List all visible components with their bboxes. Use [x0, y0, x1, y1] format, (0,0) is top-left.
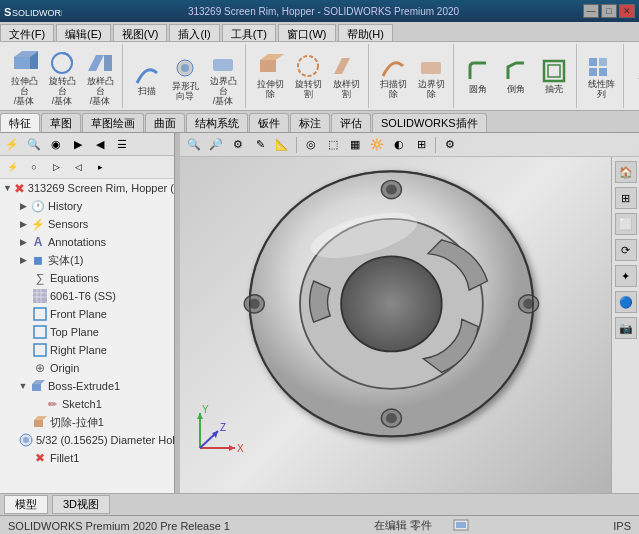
- tree-view1-button[interactable]: ◉: [46, 135, 66, 153]
- vp-btn11[interactable]: ⊞: [411, 136, 431, 154]
- tree-item-hole-wizard[interactable]: 5/32 (0.15625) Diameter Hole1: [0, 431, 174, 449]
- tree-item-sensors[interactable]: ▶ Sensors: [0, 215, 174, 233]
- tab-evaluate[interactable]: 评估: [331, 113, 371, 132]
- tab-window[interactable]: 窗口(W): [278, 24, 336, 41]
- tree-item-history[interactable]: ▶ 🕐 History: [0, 197, 174, 215]
- rt-zoom-fit-button[interactable]: ⊞: [615, 187, 637, 209]
- tree-view2-button[interactable]: ▶: [68, 135, 88, 153]
- vp-btn4[interactable]: ✎: [250, 136, 270, 154]
- rt-home-button[interactable]: 🏠: [615, 161, 637, 183]
- draft-button[interactable]: 拔模: [630, 54, 639, 98]
- top-plane-icon: [32, 324, 48, 340]
- chamfer-label: 倒角: [507, 85, 525, 95]
- tree-root-item[interactable]: ▼ ✖ 313269 Screen Rim, Hopper (: [0, 179, 174, 197]
- svg-text:SOLIDWORKS: SOLIDWORKS: [12, 8, 62, 18]
- svg-marker-41: [34, 416, 47, 420]
- tree-btn-extra3[interactable]: ▷: [46, 158, 66, 176]
- rt-zoom-button[interactable]: 🔵: [615, 291, 637, 313]
- vp-btn6[interactable]: ◎: [301, 136, 321, 154]
- minimize-button[interactable]: —: [583, 4, 599, 18]
- window-controls[interactable]: — □ ✕: [583, 4, 635, 18]
- vp-btn5[interactable]: 📐: [272, 136, 292, 154]
- tree-btn-extra4[interactable]: ◁: [68, 158, 88, 176]
- tree-item-material[interactable]: 6061-T6 (SS): [0, 287, 174, 305]
- tree-item-boss-extrude1[interactable]: ▼ Boss-Extrude1: [0, 377, 174, 395]
- fillet1-error-icon: ✖: [32, 450, 48, 466]
- linear-pattern-button[interactable]: 线性阵列: [583, 49, 619, 103]
- vp-btn10[interactable]: ◐: [389, 136, 409, 154]
- vp-btn8[interactable]: ▦: [345, 136, 365, 154]
- rt-view-button[interactable]: ⬜: [615, 213, 637, 235]
- boss-extrude1-icon: [30, 378, 46, 394]
- tree-item-right-plane[interactable]: Right Plane: [0, 341, 174, 359]
- tab-structure[interactable]: 结构系统: [186, 113, 248, 132]
- tree-item-sketch1[interactable]: ✏ Sketch1: [0, 395, 174, 413]
- vp-btn3[interactable]: ⚙: [228, 136, 248, 154]
- tab-insert[interactable]: 插入(I): [169, 24, 219, 41]
- solid-expand-arrow: ▶: [16, 255, 30, 265]
- tab-help[interactable]: 帮助(H): [338, 24, 393, 41]
- close-button[interactable]: ✕: [619, 4, 635, 18]
- vp-search2-button[interactable]: 🔎: [206, 136, 226, 154]
- tree-item-solid[interactable]: ▶ 实体(1): [0, 251, 174, 269]
- tab-edit[interactable]: 编辑(E): [56, 24, 111, 41]
- tree-item-fillet1[interactable]: ✖ Fillet1: [0, 449, 174, 467]
- vp-btn7[interactable]: ⬚: [323, 136, 343, 154]
- tab-tools[interactable]: 工具(T): [222, 24, 276, 41]
- hole-wizard-button[interactable]: 异形孔向导: [167, 51, 203, 105]
- loft-button[interactable]: 放样凸台/基体: [82, 46, 118, 110]
- vp-btn12[interactable]: ⚙: [440, 136, 460, 154]
- tab-sketch[interactable]: 草图: [41, 113, 81, 132]
- bottom-tab-3d[interactable]: 3D视图: [52, 495, 110, 514]
- extrude-cut-button[interactable]: 拉伸切除: [252, 49, 288, 103]
- tree-search-button[interactable]: 🔍: [24, 135, 44, 153]
- tree-item-top-plane[interactable]: Top Plane: [0, 323, 174, 341]
- loft-cut-button[interactable]: 放样切割: [328, 49, 364, 103]
- chamfer-button[interactable]: 倒角: [498, 54, 534, 98]
- tree-view4-button[interactable]: ☰: [112, 135, 132, 153]
- tab-solidworks-plugins[interactable]: SOLIDWORKS插件: [372, 113, 487, 132]
- tab-markup[interactable]: 标注: [290, 113, 330, 132]
- tree-btn-extra2[interactable]: ○: [24, 158, 44, 176]
- tree-btn-extra1[interactable]: ⚡: [2, 158, 22, 176]
- svg-text:X: X: [237, 443, 244, 454]
- sweep-button[interactable]: 扫描: [129, 56, 165, 100]
- svg-rect-15: [421, 62, 441, 74]
- svg-rect-17: [548, 65, 560, 77]
- viewport[interactable]: 🔍 🔎 ⚙ ✎ 📐 ◎ ⬚ ▦ 🔆 ◐ ⊞ ⚙: [180, 133, 639, 493]
- annotations-expand-arrow: ▶: [16, 237, 30, 247]
- revolve-cut-label: 旋转切割: [295, 80, 322, 100]
- tree-item-origin[interactable]: Origin: [0, 359, 174, 377]
- vp-search-button[interactable]: 🔍: [184, 136, 204, 154]
- boss-extrude-button[interactable]: 拉伸凸台/基体: [6, 46, 42, 110]
- maximize-button[interactable]: □: [601, 4, 617, 18]
- tree-btn-extra5[interactable]: ▸: [90, 158, 110, 176]
- tree-item-equations[interactable]: Equations: [0, 269, 174, 287]
- revolve-icon: [48, 49, 76, 77]
- tree-item-annotations[interactable]: ▶ A Annotations: [0, 233, 174, 251]
- cut-extrude1-label: 切除-拉伸1: [50, 415, 104, 430]
- sweep-cut-button[interactable]: 扫描切除: [375, 49, 411, 103]
- revolve-cut-button[interactable]: 旋转切割: [290, 49, 326, 103]
- tree-item-cut-extrude1[interactable]: 切除-拉伸1: [0, 413, 174, 431]
- tree-item-front-plane[interactable]: Front Plane: [0, 305, 174, 323]
- tab-surface[interactable]: 曲面: [145, 113, 185, 132]
- rt-camera-button[interactable]: 📷: [615, 317, 637, 339]
- shell-button[interactable]: 抽壳: [536, 54, 572, 98]
- revolve-button[interactable]: 旋转凸台/基体: [44, 46, 80, 110]
- tab-sheet-metal[interactable]: 钣件: [249, 113, 289, 132]
- rt-pan-button[interactable]: ✦: [615, 265, 637, 287]
- boundary-cut-button[interactable]: 边界切除: [413, 49, 449, 103]
- tab-features[interactable]: 特征: [0, 113, 40, 132]
- tab-sketch-drawing[interactable]: 草图绘画: [82, 113, 144, 132]
- vp-btn9[interactable]: 🔆: [367, 136, 387, 154]
- tree-filter-button[interactable]: ⚡: [2, 135, 22, 153]
- rt-rotate-button[interactable]: ⟳: [615, 239, 637, 261]
- tab-file[interactable]: 文件(F): [0, 24, 54, 41]
- status-icon-indicator: [452, 518, 470, 534]
- tree-view3-button[interactable]: ◀: [90, 135, 110, 153]
- fillet-button[interactable]: 圆角: [460, 54, 496, 98]
- bottom-tab-model[interactable]: 模型: [4, 495, 48, 514]
- boundary-boss-button[interactable]: 边界凸台/基体: [205, 46, 241, 110]
- tab-view[interactable]: 视图(V): [113, 24, 168, 41]
